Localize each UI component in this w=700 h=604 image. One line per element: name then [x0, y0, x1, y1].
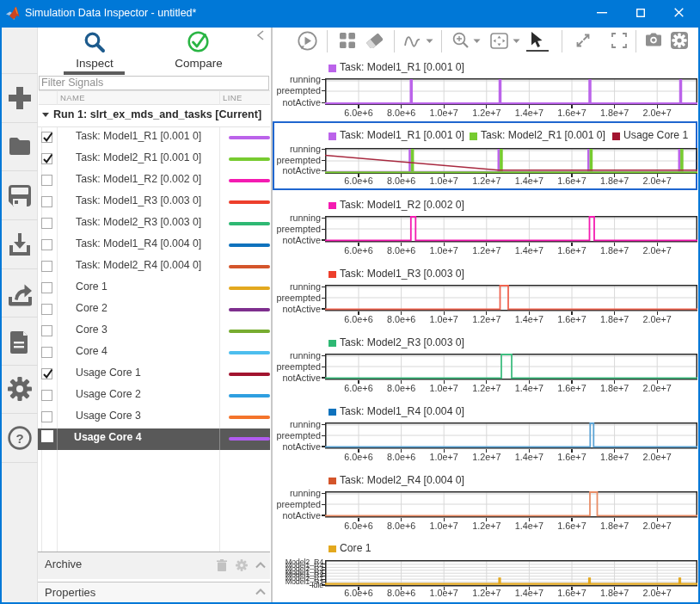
svg-text:?: ? — [15, 431, 23, 446]
